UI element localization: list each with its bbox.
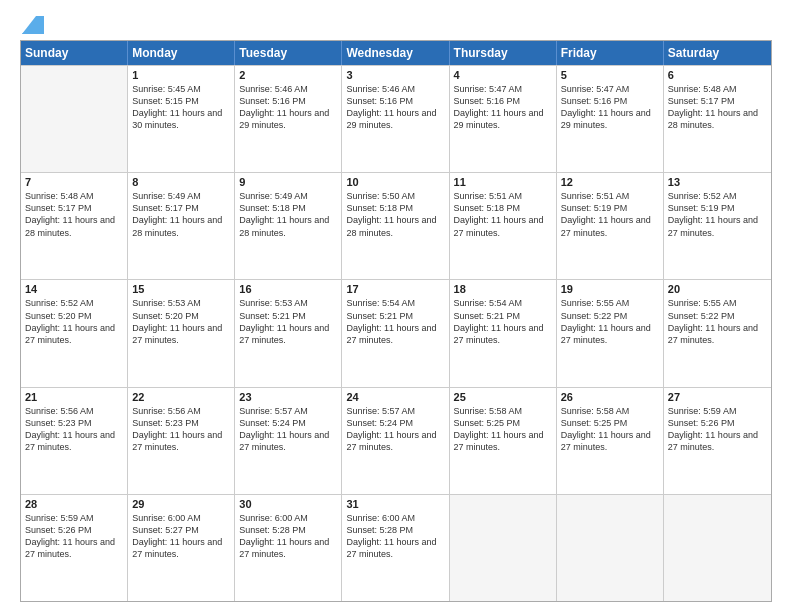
calendar-body: 1Sunrise: 5:45 AMSunset: 5:15 PMDaylight…	[21, 65, 771, 601]
calendar-cell: 18Sunrise: 5:54 AMSunset: 5:21 PMDayligh…	[450, 280, 557, 386]
cell-day-number: 31	[346, 498, 444, 510]
calendar-cell: 17Sunrise: 5:54 AMSunset: 5:21 PMDayligh…	[342, 280, 449, 386]
header-day-sunday: Sunday	[21, 41, 128, 65]
calendar-cell: 19Sunrise: 5:55 AMSunset: 5:22 PMDayligh…	[557, 280, 664, 386]
cell-info: Sunrise: 5:59 AMSunset: 5:26 PMDaylight:…	[668, 405, 767, 454]
calendar-cell: 2Sunrise: 5:46 AMSunset: 5:16 PMDaylight…	[235, 66, 342, 172]
cell-day-number: 20	[668, 283, 767, 295]
calendar-row-0: 1Sunrise: 5:45 AMSunset: 5:15 PMDaylight…	[21, 65, 771, 172]
cell-info: Sunrise: 5:59 AMSunset: 5:26 PMDaylight:…	[25, 512, 123, 561]
cell-info: Sunrise: 5:49 AMSunset: 5:17 PMDaylight:…	[132, 190, 230, 239]
calendar-cell: 7Sunrise: 5:48 AMSunset: 5:17 PMDaylight…	[21, 173, 128, 279]
cell-day-number: 28	[25, 498, 123, 510]
cell-info: Sunrise: 5:46 AMSunset: 5:16 PMDaylight:…	[346, 83, 444, 132]
cell-info: Sunrise: 5:52 AMSunset: 5:19 PMDaylight:…	[668, 190, 767, 239]
calendar-row-2: 14Sunrise: 5:52 AMSunset: 5:20 PMDayligh…	[21, 279, 771, 386]
cell-info: Sunrise: 5:58 AMSunset: 5:25 PMDaylight:…	[561, 405, 659, 454]
cell-day-number: 6	[668, 69, 767, 81]
cell-day-number: 24	[346, 391, 444, 403]
cell-day-number: 30	[239, 498, 337, 510]
header-day-tuesday: Tuesday	[235, 41, 342, 65]
cell-info: Sunrise: 6:00 AMSunset: 5:28 PMDaylight:…	[239, 512, 337, 561]
header-day-monday: Monday	[128, 41, 235, 65]
cell-day-number: 26	[561, 391, 659, 403]
calendar-cell: 29Sunrise: 6:00 AMSunset: 5:27 PMDayligh…	[128, 495, 235, 601]
cell-day-number: 2	[239, 69, 337, 81]
cell-info: Sunrise: 5:55 AMSunset: 5:22 PMDaylight:…	[668, 297, 767, 346]
calendar-cell	[450, 495, 557, 601]
cell-info: Sunrise: 5:45 AMSunset: 5:15 PMDaylight:…	[132, 83, 230, 132]
calendar-header: SundayMondayTuesdayWednesdayThursdayFrid…	[21, 41, 771, 65]
header-day-saturday: Saturday	[664, 41, 771, 65]
cell-day-number: 25	[454, 391, 552, 403]
cell-day-number: 3	[346, 69, 444, 81]
calendar-cell: 16Sunrise: 5:53 AMSunset: 5:21 PMDayligh…	[235, 280, 342, 386]
cell-day-number: 23	[239, 391, 337, 403]
calendar-cell: 3Sunrise: 5:46 AMSunset: 5:16 PMDaylight…	[342, 66, 449, 172]
calendar-cell: 26Sunrise: 5:58 AMSunset: 5:25 PMDayligh…	[557, 388, 664, 494]
calendar-row-1: 7Sunrise: 5:48 AMSunset: 5:17 PMDaylight…	[21, 172, 771, 279]
cell-info: Sunrise: 6:00 AMSunset: 5:28 PMDaylight:…	[346, 512, 444, 561]
cell-info: Sunrise: 5:56 AMSunset: 5:23 PMDaylight:…	[132, 405, 230, 454]
cell-day-number: 22	[132, 391, 230, 403]
cell-day-number: 12	[561, 176, 659, 188]
calendar-cell: 4Sunrise: 5:47 AMSunset: 5:16 PMDaylight…	[450, 66, 557, 172]
cell-day-number: 15	[132, 283, 230, 295]
calendar-cell: 31Sunrise: 6:00 AMSunset: 5:28 PMDayligh…	[342, 495, 449, 601]
cell-day-number: 5	[561, 69, 659, 81]
cell-info: Sunrise: 5:48 AMSunset: 5:17 PMDaylight:…	[668, 83, 767, 132]
cell-info: Sunrise: 5:57 AMSunset: 5:24 PMDaylight:…	[346, 405, 444, 454]
logo	[20, 16, 44, 32]
cell-day-number: 10	[346, 176, 444, 188]
calendar-row-4: 28Sunrise: 5:59 AMSunset: 5:26 PMDayligh…	[21, 494, 771, 601]
calendar-cell: 28Sunrise: 5:59 AMSunset: 5:26 PMDayligh…	[21, 495, 128, 601]
calendar-cell: 1Sunrise: 5:45 AMSunset: 5:15 PMDaylight…	[128, 66, 235, 172]
cell-info: Sunrise: 5:51 AMSunset: 5:19 PMDaylight:…	[561, 190, 659, 239]
header-day-friday: Friday	[557, 41, 664, 65]
calendar-cell: 25Sunrise: 5:58 AMSunset: 5:25 PMDayligh…	[450, 388, 557, 494]
cell-day-number: 19	[561, 283, 659, 295]
header	[20, 16, 772, 32]
cell-info: Sunrise: 5:53 AMSunset: 5:21 PMDaylight:…	[239, 297, 337, 346]
calendar-cell: 23Sunrise: 5:57 AMSunset: 5:24 PMDayligh…	[235, 388, 342, 494]
calendar-cell: 8Sunrise: 5:49 AMSunset: 5:17 PMDaylight…	[128, 173, 235, 279]
svg-marker-1	[22, 16, 44, 34]
calendar-cell: 12Sunrise: 5:51 AMSunset: 5:19 PMDayligh…	[557, 173, 664, 279]
cell-day-number: 18	[454, 283, 552, 295]
header-day-thursday: Thursday	[450, 41, 557, 65]
calendar-row-3: 21Sunrise: 5:56 AMSunset: 5:23 PMDayligh…	[21, 387, 771, 494]
calendar-cell: 15Sunrise: 5:53 AMSunset: 5:20 PMDayligh…	[128, 280, 235, 386]
cell-info: Sunrise: 5:52 AMSunset: 5:20 PMDaylight:…	[25, 297, 123, 346]
cell-day-number: 4	[454, 69, 552, 81]
cell-info: Sunrise: 5:49 AMSunset: 5:18 PMDaylight:…	[239, 190, 337, 239]
calendar-cell: 21Sunrise: 5:56 AMSunset: 5:23 PMDayligh…	[21, 388, 128, 494]
calendar-cell: 5Sunrise: 5:47 AMSunset: 5:16 PMDaylight…	[557, 66, 664, 172]
calendar-cell: 22Sunrise: 5:56 AMSunset: 5:23 PMDayligh…	[128, 388, 235, 494]
cell-day-number: 27	[668, 391, 767, 403]
logo-icon	[22, 16, 44, 34]
cell-day-number: 7	[25, 176, 123, 188]
calendar-cell: 30Sunrise: 6:00 AMSunset: 5:28 PMDayligh…	[235, 495, 342, 601]
calendar: SundayMondayTuesdayWednesdayThursdayFrid…	[20, 40, 772, 602]
cell-day-number: 1	[132, 69, 230, 81]
cell-day-number: 17	[346, 283, 444, 295]
cell-info: Sunrise: 5:55 AMSunset: 5:22 PMDaylight:…	[561, 297, 659, 346]
cell-day-number: 13	[668, 176, 767, 188]
calendar-cell	[21, 66, 128, 172]
cell-day-number: 16	[239, 283, 337, 295]
cell-info: Sunrise: 5:48 AMSunset: 5:17 PMDaylight:…	[25, 190, 123, 239]
cell-info: Sunrise: 5:51 AMSunset: 5:18 PMDaylight:…	[454, 190, 552, 239]
header-day-wednesday: Wednesday	[342, 41, 449, 65]
cell-info: Sunrise: 6:00 AMSunset: 5:27 PMDaylight:…	[132, 512, 230, 561]
cell-info: Sunrise: 5:50 AMSunset: 5:18 PMDaylight:…	[346, 190, 444, 239]
cell-info: Sunrise: 5:57 AMSunset: 5:24 PMDaylight:…	[239, 405, 337, 454]
cell-info: Sunrise: 5:58 AMSunset: 5:25 PMDaylight:…	[454, 405, 552, 454]
cell-info: Sunrise: 5:46 AMSunset: 5:16 PMDaylight:…	[239, 83, 337, 132]
calendar-cell: 14Sunrise: 5:52 AMSunset: 5:20 PMDayligh…	[21, 280, 128, 386]
cell-info: Sunrise: 5:47 AMSunset: 5:16 PMDaylight:…	[454, 83, 552, 132]
page: SundayMondayTuesdayWednesdayThursdayFrid…	[0, 0, 792, 612]
calendar-cell: 6Sunrise: 5:48 AMSunset: 5:17 PMDaylight…	[664, 66, 771, 172]
cell-day-number: 29	[132, 498, 230, 510]
calendar-cell: 9Sunrise: 5:49 AMSunset: 5:18 PMDaylight…	[235, 173, 342, 279]
calendar-cell	[664, 495, 771, 601]
